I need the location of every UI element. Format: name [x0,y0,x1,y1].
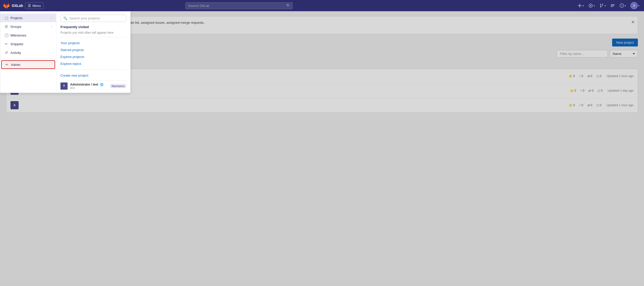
menu-item-left: 🕐 Milestones [4,33,26,37]
menu-item-left: ✏ Admin [5,63,20,67]
menu-right-panel: 🔍 Frequently visited Projects you visit … [56,11,130,93]
svg-point-4 [600,4,601,5]
create-new-button[interactable]: ▾ [576,2,585,9]
issues-icon [588,3,593,8]
sidebar-item-admin[interactable]: ✏ Admin [1,60,55,69]
menu-button-label: Menu [32,4,41,8]
user-sub: test [70,86,108,89]
issues-button[interactable]: ▾ [587,2,596,9]
projects-icon: ▢ [4,16,8,20]
menu-button[interactable]: ☰ Menu [25,2,44,9]
your-projects-link[interactable]: Your projects [60,40,126,46]
sidebar-item-activity[interactable]: ↺ Activity [0,48,56,57]
menu-item-left: ▢ Projects [4,16,22,20]
avatar-caret: ▾ [638,4,639,7]
help-caret: ▾ [625,4,626,7]
merge-requests-button[interactable]: ▾ [598,2,607,9]
projects-label: Projects [10,16,22,20]
user-info: Administrator / test 🌐 test [70,83,108,89]
plus-icon [577,3,582,8]
groups-label: Groups [10,25,21,29]
navbar-search-icon: 🔍 [286,4,291,8]
svg-rect-9 [611,6,613,7]
navbar-search-input[interactable] [185,2,293,9]
projects-chevron-icon: › [51,16,52,19]
mr-caret: ▾ [604,4,606,7]
svg-rect-8 [611,5,614,6]
menu-sidebar: ▢ Projects › ⦿ Groups › 🕐 Milestones [0,11,56,93]
create-new-project-link[interactable]: Create new project [60,73,126,78]
navbar-search-container: 🔍 [185,2,293,9]
svg-point-6 [600,6,601,7]
hamburger-icon: ☰ [28,4,31,8]
todos-icon [610,3,615,8]
merge-icon [599,3,604,8]
svg-point-3 [590,5,591,6]
create-new-caret: ▾ [583,4,584,7]
user-path: Administrator / test 🌐 [70,83,108,86]
menu-item-left: ✂ Snippets [4,42,23,46]
explore-projects-link[interactable]: Explore projects [60,54,126,59]
help-icon: ? [620,3,624,8]
admin-label: Admin [11,63,20,67]
user-avatar: A [630,2,638,9]
main-content: This is the default but it can be change… [0,11,644,286]
project-search-input[interactable] [69,16,123,20]
menu-item-left: ↺ Activity [4,51,21,55]
maintainer-badge: Maintainer [110,84,126,88]
navbar-icons: ▾ ▾ ▾ ? ▾ A ▾ [576,1,641,10]
milestones-label: Milestones [10,33,26,37]
svg-rect-1 [578,5,582,6]
svg-text:?: ? [621,5,623,7]
menu-links-section: Your projects Starred projects Explore p… [60,37,126,78]
help-button[interactable]: ? ▾ [618,2,627,9]
issues-caret: ▾ [594,4,595,7]
navbar: GitLab ☰ Menu 🔍 ▾ ▾ ▾ ? ▾ [0,0,644,11]
sidebar-item-groups[interactable]: ⦿ Groups › [0,22,56,31]
menu-divider [0,58,56,59]
activity-label: Activity [10,51,21,55]
menu-item-left: ⦿ Groups [4,25,21,29]
snippets-icon: ✂ [4,42,8,46]
menu-dropdown: ▢ Projects › ⦿ Groups › 🕐 Milestones [0,11,131,93]
freq-visited-text: Projects you visit often will appear her… [60,31,126,34]
sidebar-item-milestones[interactable]: 🕐 Milestones [0,31,56,40]
activity-icon: ↺ [4,51,8,55]
svg-point-5 [602,4,603,5]
sidebar-item-projects[interactable]: ▢ Projects › [0,14,56,22]
starred-projects-link[interactable]: Starred projects [60,47,126,53]
admin-icon: ✏ [5,63,9,67]
gitlab-brand-text: GitLab [12,4,23,8]
svg-rect-7 [611,4,614,5]
menu-link-divider [60,69,126,70]
groups-chevron-icon: › [51,25,52,28]
groups-icon: ⦿ [4,25,8,29]
menu-bottom-row: T Administrator / test 🌐 test Maintainer [60,80,126,90]
user-avatar-button[interactable]: A ▾ [629,1,641,10]
user-avatar-small: T [60,82,68,90]
sidebar-item-snippets[interactable]: ✂ Snippets [0,40,56,48]
milestones-icon: 🕐 [4,33,8,37]
globe-icon: 🌐 [100,83,104,86]
snippets-label: Snippets [10,42,23,46]
project-search-box: 🔍 [60,15,126,22]
gitlab-logo-icon [3,2,10,9]
brand: GitLab [3,2,23,9]
freq-visited-label: Frequently visited [60,25,126,29]
project-search-icon: 🔍 [63,16,67,20]
explore-topics-menu-link[interactable]: Explore topics [60,61,126,66]
todos-button[interactable] [609,2,616,9]
